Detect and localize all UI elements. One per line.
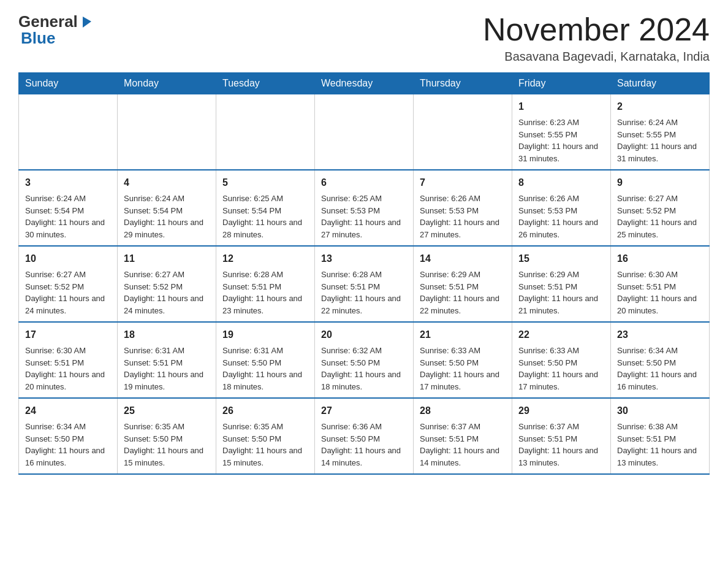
day-number: 21 xyxy=(420,327,506,342)
day-number: 16 xyxy=(617,251,703,266)
calendar-table: Sunday Monday Tuesday Wednesday Thursday… xyxy=(18,72,710,475)
table-row: 20Sunrise: 6:32 AM Sunset: 5:50 PM Dayli… xyxy=(315,322,414,398)
table-row xyxy=(315,94,414,170)
cell-sun-info: Sunrise: 6:29 AM Sunset: 5:51 PM Dayligh… xyxy=(518,269,604,316)
table-row: 1Sunrise: 6:23 AM Sunset: 5:55 PM Daylig… xyxy=(512,94,611,170)
table-row: 26Sunrise: 6:35 AM Sunset: 5:50 PM Dayli… xyxy=(216,398,315,474)
location: Basavana Bagevadi, Karnataka, India xyxy=(483,50,710,64)
cell-sun-info: Sunrise: 6:37 AM Sunset: 5:51 PM Dayligh… xyxy=(420,421,506,469)
table-row: 27Sunrise: 6:36 AM Sunset: 5:50 PM Dayli… xyxy=(315,398,414,474)
day-number: 22 xyxy=(518,327,604,342)
cell-sun-info: Sunrise: 6:24 AM Sunset: 5:55 PM Dayligh… xyxy=(617,117,703,164)
day-number: 29 xyxy=(518,404,604,418)
day-number: 3 xyxy=(25,175,111,190)
table-row: 6Sunrise: 6:25 AM Sunset: 5:53 PM Daylig… xyxy=(315,170,414,246)
table-row: 14Sunrise: 6:29 AM Sunset: 5:51 PM Dayli… xyxy=(414,246,512,322)
table-row xyxy=(414,94,512,170)
logo-blue: Blue xyxy=(21,29,55,47)
day-number: 17 xyxy=(25,327,111,342)
cell-sun-info: Sunrise: 6:32 AM Sunset: 5:50 PM Dayligh… xyxy=(321,345,407,393)
cell-sun-info: Sunrise: 6:33 AM Sunset: 5:50 PM Dayligh… xyxy=(420,345,506,393)
day-number: 4 xyxy=(124,175,210,190)
cell-sun-info: Sunrise: 6:26 AM Sunset: 5:53 PM Dayligh… xyxy=(518,193,604,240)
header-friday: Friday xyxy=(512,73,611,94)
table-row: 7Sunrise: 6:26 AM Sunset: 5:53 PM Daylig… xyxy=(414,170,512,246)
table-row: 19Sunrise: 6:31 AM Sunset: 5:50 PM Dayli… xyxy=(216,322,315,398)
day-number: 5 xyxy=(222,175,308,190)
header-sunday: Sunday xyxy=(19,73,118,94)
table-row: 5Sunrise: 6:25 AM Sunset: 5:54 PM Daylig… xyxy=(216,170,315,246)
table-row: 17Sunrise: 6:30 AM Sunset: 5:51 PM Dayli… xyxy=(19,322,118,398)
day-number: 8 xyxy=(518,175,604,190)
header-monday: Monday xyxy=(118,73,216,94)
cell-sun-info: Sunrise: 6:38 AM Sunset: 5:51 PM Dayligh… xyxy=(617,421,703,469)
cell-sun-info: Sunrise: 6:34 AM Sunset: 5:50 PM Dayligh… xyxy=(25,421,111,469)
cell-sun-info: Sunrise: 6:25 AM Sunset: 5:54 PM Dayligh… xyxy=(222,193,308,240)
calendar-week-row: 24Sunrise: 6:34 AM Sunset: 5:50 PM Dayli… xyxy=(19,398,710,474)
cell-sun-info: Sunrise: 6:28 AM Sunset: 5:51 PM Dayligh… xyxy=(321,269,407,316)
table-row: 2Sunrise: 6:24 AM Sunset: 5:55 PM Daylig… xyxy=(611,94,710,170)
table-row: 10Sunrise: 6:27 AM Sunset: 5:52 PM Dayli… xyxy=(19,246,118,322)
table-row: 13Sunrise: 6:28 AM Sunset: 5:51 PM Dayli… xyxy=(315,246,414,322)
day-number: 28 xyxy=(420,404,506,418)
title-block: November 2024 Basavana Bagevadi, Karnata… xyxy=(483,12,710,64)
cell-sun-info: Sunrise: 6:27 AM Sunset: 5:52 PM Dayligh… xyxy=(617,193,703,240)
day-number: 2 xyxy=(617,99,703,114)
calendar-week-row: 1Sunrise: 6:23 AM Sunset: 5:55 PM Daylig… xyxy=(19,94,710,170)
table-row: 25Sunrise: 6:35 AM Sunset: 5:50 PM Dayli… xyxy=(118,398,216,474)
table-row: 16Sunrise: 6:30 AM Sunset: 5:51 PM Dayli… xyxy=(611,246,710,322)
day-number: 10 xyxy=(25,251,111,266)
cell-sun-info: Sunrise: 6:35 AM Sunset: 5:50 PM Dayligh… xyxy=(124,421,210,469)
cell-sun-info: Sunrise: 6:23 AM Sunset: 5:55 PM Dayligh… xyxy=(518,117,604,164)
cell-sun-info: Sunrise: 6:29 AM Sunset: 5:51 PM Dayligh… xyxy=(420,269,506,316)
cell-sun-info: Sunrise: 6:27 AM Sunset: 5:52 PM Dayligh… xyxy=(124,269,210,316)
table-row: 24Sunrise: 6:34 AM Sunset: 5:50 PM Dayli… xyxy=(19,398,118,474)
table-row: 29Sunrise: 6:37 AM Sunset: 5:51 PM Dayli… xyxy=(512,398,611,474)
month-title: November 2024 xyxy=(483,12,710,47)
day-number: 14 xyxy=(420,251,506,266)
table-row: 4Sunrise: 6:24 AM Sunset: 5:54 PM Daylig… xyxy=(118,170,216,246)
table-row: 11Sunrise: 6:27 AM Sunset: 5:52 PM Dayli… xyxy=(118,246,216,322)
day-number: 27 xyxy=(321,404,407,418)
cell-sun-info: Sunrise: 6:31 AM Sunset: 5:51 PM Dayligh… xyxy=(124,345,210,393)
day-number: 6 xyxy=(321,175,407,190)
table-row xyxy=(118,94,216,170)
cell-sun-info: Sunrise: 6:25 AM Sunset: 5:53 PM Dayligh… xyxy=(321,193,407,240)
day-number: 20 xyxy=(321,327,407,342)
cell-sun-info: Sunrise: 6:27 AM Sunset: 5:52 PM Dayligh… xyxy=(25,269,111,316)
day-number: 24 xyxy=(25,404,111,418)
cell-sun-info: Sunrise: 6:28 AM Sunset: 5:51 PM Dayligh… xyxy=(222,269,308,316)
table-row: 30Sunrise: 6:38 AM Sunset: 5:51 PM Dayli… xyxy=(611,398,710,474)
day-number: 25 xyxy=(124,404,210,418)
cell-sun-info: Sunrise: 6:36 AM Sunset: 5:50 PM Dayligh… xyxy=(321,421,407,469)
cell-sun-info: Sunrise: 6:34 AM Sunset: 5:50 PM Dayligh… xyxy=(617,345,703,393)
header-saturday: Saturday xyxy=(611,73,710,94)
day-number: 9 xyxy=(617,175,703,190)
table-row: 8Sunrise: 6:26 AM Sunset: 5:53 PM Daylig… xyxy=(512,170,611,246)
day-number: 26 xyxy=(222,404,308,418)
table-row: 21Sunrise: 6:33 AM Sunset: 5:50 PM Dayli… xyxy=(414,322,512,398)
page-header: General Blue November 2024 Basavana Bage… xyxy=(18,12,710,64)
table-row xyxy=(19,94,118,170)
header-tuesday: Tuesday xyxy=(216,73,315,94)
cell-sun-info: Sunrise: 6:33 AM Sunset: 5:50 PM Dayligh… xyxy=(518,345,604,393)
cell-sun-info: Sunrise: 6:24 AM Sunset: 5:54 PM Dayligh… xyxy=(25,193,111,240)
cell-sun-info: Sunrise: 6:37 AM Sunset: 5:51 PM Dayligh… xyxy=(518,421,604,469)
table-row: 22Sunrise: 6:33 AM Sunset: 5:50 PM Dayli… xyxy=(512,322,611,398)
weekday-header-row: Sunday Monday Tuesday Wednesday Thursday… xyxy=(19,73,710,94)
header-thursday: Thursday xyxy=(414,73,512,94)
header-wednesday: Wednesday xyxy=(315,73,414,94)
cell-sun-info: Sunrise: 6:30 AM Sunset: 5:51 PM Dayligh… xyxy=(25,345,111,393)
day-number: 30 xyxy=(617,404,703,418)
day-number: 11 xyxy=(124,251,210,266)
logo-triangle-icon xyxy=(79,15,93,29)
day-number: 13 xyxy=(321,251,407,266)
calendar-week-row: 3Sunrise: 6:24 AM Sunset: 5:54 PM Daylig… xyxy=(19,170,710,246)
svg-marker-0 xyxy=(83,17,91,28)
day-number: 15 xyxy=(518,251,604,266)
table-row: 18Sunrise: 6:31 AM Sunset: 5:51 PM Dayli… xyxy=(118,322,216,398)
day-number: 7 xyxy=(420,175,506,190)
cell-sun-info: Sunrise: 6:35 AM Sunset: 5:50 PM Dayligh… xyxy=(222,421,308,469)
cell-sun-info: Sunrise: 6:31 AM Sunset: 5:50 PM Dayligh… xyxy=(222,345,308,393)
calendar-week-row: 17Sunrise: 6:30 AM Sunset: 5:51 PM Dayli… xyxy=(19,322,710,398)
